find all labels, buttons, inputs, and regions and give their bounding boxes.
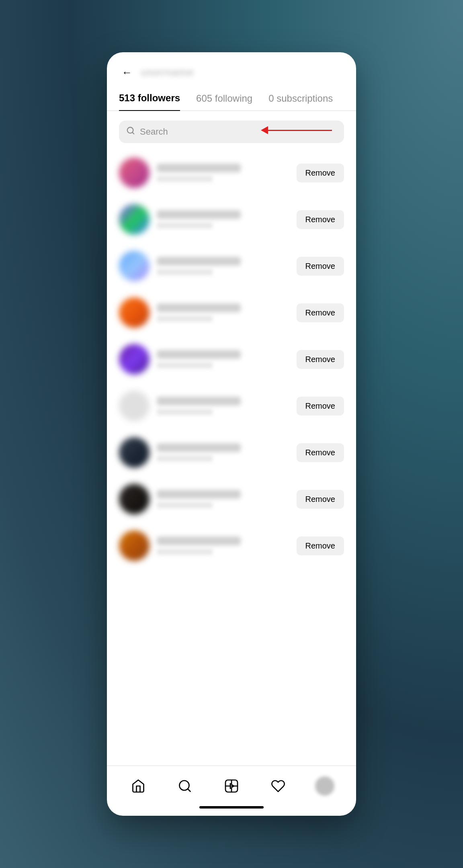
list-item: Remove [119,383,344,429]
avatar [119,158,150,188]
tab-subscriptions[interactable]: 0 subscriptions [268,93,333,111]
remove-button[interactable]: Remove [297,210,344,229]
svg-line-1 [132,132,134,134]
follower-sub [157,502,213,508]
follower-name [157,164,241,172]
avatar [119,530,150,561]
follower-info [157,490,297,508]
avatar [119,251,150,281]
header: ← username [107,52,356,84]
home-indicator [199,806,264,809]
follower-name [157,210,241,219]
list-item: Remove [119,476,344,522]
remove-button[interactable]: Remove [297,536,344,555]
avatar [119,437,150,468]
follower-name [157,490,241,499]
remove-button[interactable]: Remove [297,490,344,509]
svg-line-3 [188,789,191,792]
followers-list: Remove Remove Remove Remove [107,149,356,766]
nav-profile[interactable] [311,774,339,798]
search-container: Search [107,111,356,149]
list-item: Remove [119,336,344,383]
follower-info [157,536,297,555]
follower-sub [157,269,213,275]
follower-name [157,397,241,405]
tabs-bar: 513 followers 605 following 0 subscripti… [107,84,356,111]
follower-name [157,303,241,312]
header-username: username [141,66,194,79]
tab-followers[interactable]: 513 followers [119,92,180,111]
phone-card: ← username 513 followers 605 following 0… [107,52,356,816]
follower-name [157,350,241,359]
list-item: Remove [119,522,344,569]
follower-info [157,397,297,415]
follower-info [157,210,297,229]
search-placeholder: Search [140,127,168,137]
remove-button[interactable]: Remove [297,397,344,416]
list-item: Remove [119,243,344,289]
remove-button[interactable]: Remove [297,257,344,276]
arrowhead-icon [261,126,268,134]
search-icon [126,126,135,137]
avatar [119,204,150,235]
search-icon [178,779,192,793]
list-item: Remove [119,149,344,196]
avatar [119,297,150,328]
follower-sub [157,176,213,182]
follower-sub [157,362,213,368]
list-item: Remove [119,289,344,336]
follower-sub [157,409,213,415]
list-item: Remove [119,429,344,476]
follower-info [157,164,297,182]
nav-home[interactable] [124,774,152,798]
follower-info [157,350,297,368]
nav-heart[interactable] [264,774,292,798]
follower-info [157,443,297,462]
avatar [119,344,150,375]
nav-search[interactable] [171,774,199,798]
remove-button[interactable]: Remove [297,443,344,462]
arrow-line [268,130,332,131]
bottom-nav [107,766,356,802]
remove-button[interactable]: Remove [297,350,344,369]
nav-profile-avatar [315,776,334,796]
list-item: Remove [119,196,344,243]
follower-info [157,303,297,322]
avatar [119,391,150,421]
remove-button[interactable]: Remove [297,303,344,322]
follower-sub [157,222,213,229]
home-icon [131,779,145,793]
avatar [119,484,150,514]
follower-sub [157,549,213,555]
nav-reels[interactable] [217,774,246,798]
remove-button[interactable]: Remove [297,164,344,182]
follower-name [157,443,241,452]
back-arrow-icon: ← [122,66,132,79]
arrow-annotation [261,126,332,134]
follower-sub [157,455,213,462]
tab-following[interactable]: 605 following [196,93,252,111]
follower-name [157,257,241,266]
follower-info [157,257,297,275]
follower-sub [157,315,213,322]
heart-icon [271,779,285,793]
reels-icon [224,779,239,793]
back-button[interactable]: ← [119,64,135,80]
follower-name [157,536,241,545]
